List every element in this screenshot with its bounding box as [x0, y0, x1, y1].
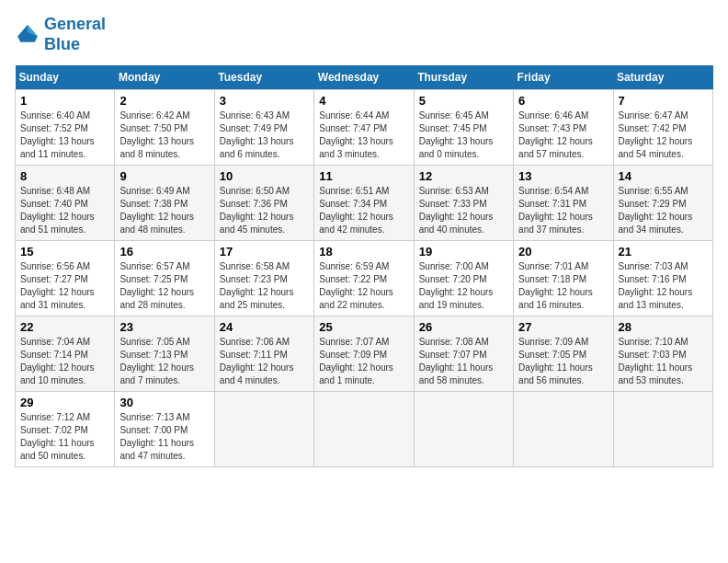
calendar-cell: 26 Sunrise: 7:08 AMSunset: 7:07 PMDaylig… [414, 316, 513, 392]
day-number: 30 [119, 396, 209, 409]
calendar-cell [314, 392, 414, 467]
day-header-friday: Friday [514, 65, 613, 90]
calendar-cell: 25 Sunrise: 7:07 AMSunset: 7:09 PMDaylig… [314, 316, 414, 392]
day-number: 13 [518, 169, 608, 183]
logo-text: General Blue [44, 15, 106, 54]
calendar-cell [514, 392, 613, 467]
day-info: Sunrise: 6:40 AMSunset: 7:52 PMDaylight:… [20, 110, 95, 159]
day-header-thursday: Thursday [414, 65, 513, 90]
calendar-cell: 22 Sunrise: 7:04 AMSunset: 7:14 PMDaylig… [16, 316, 115, 392]
day-number: 11 [319, 169, 408, 183]
day-number: 10 [220, 169, 309, 183]
day-info: Sunrise: 6:47 AMSunset: 7:42 PMDaylight:… [619, 110, 693, 159]
day-number: 5 [419, 94, 508, 108]
day-info: Sunrise: 7:12 AMSunset: 7:02 PMDaylight:… [20, 412, 95, 461]
day-number: 18 [319, 245, 408, 259]
calendar-cell [414, 392, 513, 467]
day-info: Sunrise: 6:45 AMSunset: 7:45 PMDaylight:… [419, 110, 494, 159]
calendar-cell: 8 Sunrise: 6:48 AMSunset: 7:40 PMDayligh… [16, 166, 115, 241]
day-info: Sunrise: 6:48 AMSunset: 7:40 PMDaylight:… [20, 186, 95, 235]
page-header: General Blue [15, 15, 713, 54]
logo-icon [15, 22, 40, 48]
day-number: 25 [319, 320, 408, 334]
calendar-cell: 3 Sunrise: 6:43 AMSunset: 7:49 PMDayligh… [214, 90, 313, 166]
calendar-cell: 29 Sunrise: 7:12 AMSunset: 7:02 PMDaylig… [16, 392, 115, 467]
day-info: Sunrise: 6:51 AMSunset: 7:34 PMDaylight:… [319, 186, 393, 235]
calendar-cell: 15 Sunrise: 6:56 AMSunset: 7:27 PMDaylig… [16, 241, 115, 316]
day-info: Sunrise: 6:43 AMSunset: 7:49 PMDaylight:… [220, 110, 294, 159]
calendar-week-5: 29 Sunrise: 7:12 AMSunset: 7:02 PMDaylig… [16, 392, 713, 467]
calendar-header-row: SundayMondayTuesdayWednesdayThursdayFrid… [16, 65, 713, 90]
day-number: 9 [119, 169, 209, 183]
calendar-week-3: 15 Sunrise: 6:56 AMSunset: 7:27 PMDaylig… [16, 241, 713, 316]
day-number: 24 [220, 320, 309, 334]
calendar-cell: 21 Sunrise: 7:03 AMSunset: 7:16 PMDaylig… [613, 241, 712, 316]
calendar-cell: 10 Sunrise: 6:50 AMSunset: 7:36 PMDaylig… [214, 166, 313, 241]
day-number: 12 [419, 169, 508, 183]
day-number: 1 [20, 94, 109, 108]
day-info: Sunrise: 7:00 AMSunset: 7:20 PMDaylight:… [419, 261, 494, 310]
calendar-cell: 4 Sunrise: 6:44 AMSunset: 7:47 PMDayligh… [314, 90, 414, 166]
day-number: 17 [220, 245, 309, 259]
day-info: Sunrise: 6:57 AMSunset: 7:25 PMDaylight:… [119, 261, 194, 310]
calendar-cell: 11 Sunrise: 6:51 AMSunset: 7:34 PMDaylig… [314, 166, 414, 241]
day-number: 21 [619, 245, 708, 259]
day-header-monday: Monday [115, 65, 214, 90]
calendar-cell [613, 392, 712, 467]
day-header-tuesday: Tuesday [214, 65, 313, 90]
day-info: Sunrise: 6:42 AMSunset: 7:50 PMDaylight:… [119, 110, 194, 159]
day-number: 29 [20, 396, 109, 409]
calendar-week-4: 22 Sunrise: 7:04 AMSunset: 7:14 PMDaylig… [16, 316, 713, 392]
calendar-cell: 2 Sunrise: 6:42 AMSunset: 7:50 PMDayligh… [115, 90, 214, 166]
day-info: Sunrise: 6:58 AMSunset: 7:23 PMDaylight:… [220, 261, 294, 310]
day-number: 15 [20, 245, 109, 259]
day-header-wednesday: Wednesday [314, 65, 414, 90]
day-header-sunday: Sunday [16, 65, 115, 90]
calendar-cell: 24 Sunrise: 7:06 AMSunset: 7:11 PMDaylig… [214, 316, 313, 392]
day-info: Sunrise: 6:56 AMSunset: 7:27 PMDaylight:… [20, 261, 95, 310]
calendar-cell: 6 Sunrise: 6:46 AMSunset: 7:43 PMDayligh… [514, 90, 613, 166]
day-number: 23 [119, 320, 209, 334]
calendar-cell: 30 Sunrise: 7:13 AMSunset: 7:00 PMDaylig… [115, 392, 214, 467]
calendar-week-1: 1 Sunrise: 6:40 AMSunset: 7:52 PMDayligh… [16, 90, 713, 166]
day-number: 28 [619, 320, 708, 334]
calendar-cell: 23 Sunrise: 7:05 AMSunset: 7:13 PMDaylig… [115, 316, 214, 392]
day-info: Sunrise: 7:09 AMSunset: 7:05 PMDaylight:… [518, 337, 593, 385]
day-info: Sunrise: 7:07 AMSunset: 7:09 PMDaylight:… [319, 337, 393, 385]
day-info: Sunrise: 7:06 AMSunset: 7:11 PMDaylight:… [220, 337, 294, 385]
calendar-cell: 13 Sunrise: 6:54 AMSunset: 7:31 PMDaylig… [514, 166, 613, 241]
calendar-cell: 27 Sunrise: 7:09 AMSunset: 7:05 PMDaylig… [514, 316, 613, 392]
day-info: Sunrise: 6:49 AMSunset: 7:38 PMDaylight:… [119, 186, 194, 235]
calendar-cell: 16 Sunrise: 6:57 AMSunset: 7:25 PMDaylig… [115, 241, 214, 316]
day-info: Sunrise: 6:54 AMSunset: 7:31 PMDaylight:… [518, 186, 593, 235]
day-number: 14 [619, 169, 708, 183]
day-info: Sunrise: 6:55 AMSunset: 7:29 PMDaylight:… [619, 186, 693, 235]
day-number: 22 [20, 320, 109, 334]
day-info: Sunrise: 6:50 AMSunset: 7:36 PMDaylight:… [220, 186, 294, 235]
calendar-cell: 19 Sunrise: 7:00 AMSunset: 7:20 PMDaylig… [414, 241, 513, 316]
calendar-cell: 28 Sunrise: 7:10 AMSunset: 7:03 PMDaylig… [613, 316, 712, 392]
calendar-cell: 12 Sunrise: 6:53 AMSunset: 7:33 PMDaylig… [414, 166, 513, 241]
logo: General Blue [15, 15, 106, 54]
calendar-cell: 9 Sunrise: 6:49 AMSunset: 7:38 PMDayligh… [115, 166, 214, 241]
calendar-table: SundayMondayTuesdayWednesdayThursdayFrid… [15, 65, 713, 467]
day-info: Sunrise: 7:03 AMSunset: 7:16 PMDaylight:… [619, 261, 693, 310]
day-number: 26 [419, 320, 508, 334]
day-number: 4 [319, 94, 408, 108]
day-info: Sunrise: 7:04 AMSunset: 7:14 PMDaylight:… [20, 337, 95, 385]
day-header-saturday: Saturday [613, 65, 712, 90]
day-number: 7 [619, 94, 708, 108]
day-number: 2 [119, 94, 209, 108]
calendar-cell: 5 Sunrise: 6:45 AMSunset: 7:45 PMDayligh… [414, 90, 513, 166]
day-number: 16 [119, 245, 209, 259]
day-info: Sunrise: 6:44 AMSunset: 7:47 PMDaylight:… [319, 110, 393, 159]
day-info: Sunrise: 7:05 AMSunset: 7:13 PMDaylight:… [119, 337, 194, 385]
day-info: Sunrise: 6:53 AMSunset: 7:33 PMDaylight:… [419, 186, 494, 235]
day-info: Sunrise: 6:46 AMSunset: 7:43 PMDaylight:… [518, 110, 593, 159]
calendar-cell [214, 392, 313, 467]
day-number: 19 [419, 245, 508, 259]
calendar-body: 1 Sunrise: 6:40 AMSunset: 7:52 PMDayligh… [16, 90, 713, 467]
day-info: Sunrise: 7:01 AMSunset: 7:18 PMDaylight:… [518, 261, 593, 310]
calendar-cell: 18 Sunrise: 6:59 AMSunset: 7:22 PMDaylig… [314, 241, 414, 316]
calendar-week-2: 8 Sunrise: 6:48 AMSunset: 7:40 PMDayligh… [16, 166, 713, 241]
